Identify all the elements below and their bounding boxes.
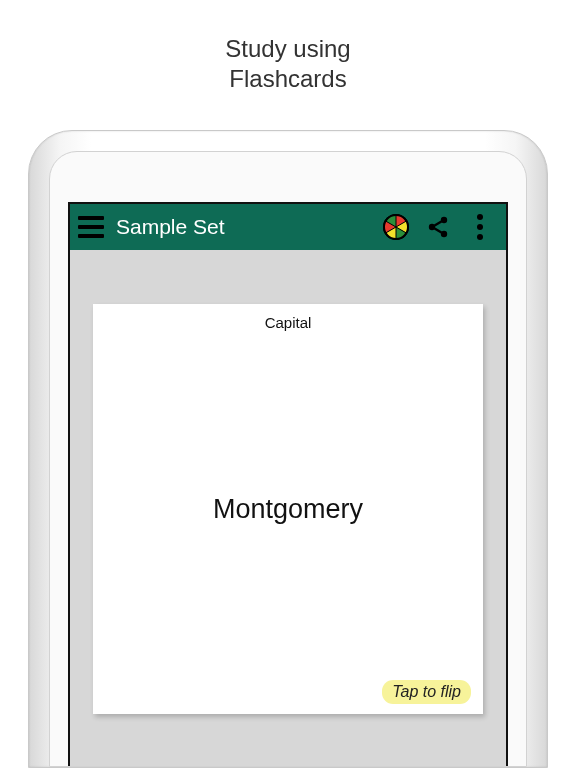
menu-icon[interactable] bbox=[74, 210, 108, 244]
card-area: Capital Montgomery Tap to flip bbox=[70, 250, 506, 766]
svg-line-11 bbox=[435, 222, 442, 226]
color-wheel-icon[interactable] bbox=[382, 213, 410, 241]
svg-line-12 bbox=[435, 229, 442, 233]
app-header: Sample Set bbox=[70, 204, 506, 250]
share-icon[interactable] bbox=[424, 213, 452, 241]
tablet-inner: Sample Set bbox=[49, 151, 527, 767]
promo-line-1: Study using bbox=[225, 35, 350, 62]
flashcard[interactable]: Capital Montgomery Tap to flip bbox=[93, 304, 483, 714]
app-screen: Sample Set bbox=[68, 202, 508, 766]
card-answer: Montgomery bbox=[93, 304, 483, 714]
page-title: Sample Set bbox=[116, 215, 225, 239]
promo-heading: Study using Flashcards bbox=[0, 0, 576, 94]
header-actions bbox=[382, 213, 498, 241]
more-icon[interactable] bbox=[466, 213, 494, 241]
flip-hint: Tap to flip bbox=[382, 680, 471, 704]
tablet-frame: Sample Set bbox=[28, 130, 548, 768]
promo-line-2: Flashcards bbox=[229, 65, 346, 92]
